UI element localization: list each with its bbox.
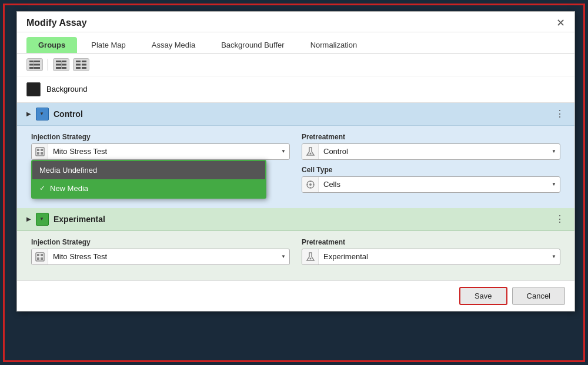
experimental-injection-strategy-label: Injection Strategy	[31, 238, 290, 246]
dropdown-item-media-undefined[interactable]: Media Undefined	[32, 161, 265, 179]
experimental-pretreatment-arrow: ▼	[552, 254, 556, 259]
injection-strategy-dropdown: Media Undefined ✓ New Media	[31, 160, 266, 199]
save-button[interactable]: Save	[459, 287, 507, 305]
svg-rect-9	[82, 61, 86, 62]
svg-rect-16	[37, 152, 39, 155]
toolbar	[17, 53, 574, 76]
injection-strategy-icon	[32, 143, 48, 160]
svg-rect-13	[82, 67, 86, 69]
dialog-title: Modify Assay	[26, 18, 87, 28]
svg-rect-15	[37, 149, 39, 151]
experimental-injection-strategy-select[interactable]: Mito Stress Test ▼	[31, 249, 290, 265]
toolbar-icon-3[interactable]	[73, 58, 89, 71]
control-pretreatment-group: Pretreatment Control ▼	[302, 133, 560, 160]
experimental-group-label: Experimental	[54, 215, 550, 224]
svg-rect-2	[29, 67, 40, 69]
svg-rect-17	[41, 149, 43, 151]
tab-normalization[interactable]: Normalization	[299, 37, 369, 53]
svg-rect-1	[29, 63, 40, 65]
svg-rect-7	[61, 61, 62, 69]
svg-rect-11	[82, 63, 86, 65]
control-injection-strategy-value: Mito Stress Test	[48, 147, 289, 156]
media-undefined-label: Media Undefined	[39, 166, 97, 175]
control-pretreatment-arrow: ▼	[552, 149, 556, 154]
svg-point-31	[309, 257, 311, 259]
control-injection-strategy-group: Injection Strategy	[31, 133, 290, 160]
toolbar-icon-2[interactable]	[53, 58, 69, 71]
experimental-color-swatch: ▼	[36, 213, 49, 226]
background-label: Background	[46, 85, 87, 93]
control-injection-strategy-select[interactable]: Mito Stress Test ▼	[31, 143, 290, 160]
tab-groups[interactable]: Groups	[26, 37, 77, 53]
control-color-swatch: ▼	[36, 108, 49, 120]
check-mark-icon: ✓	[39, 184, 45, 192]
control-pretreatment-value: Control	[319, 147, 560, 156]
control-cell-type-value: Cells	[319, 180, 560, 189]
toolbar-divider	[48, 59, 48, 71]
svg-rect-18	[41, 152, 43, 155]
tabs-bar: Groups Plate Map Assay Media Background …	[17, 32, 574, 53]
control-cell-type-select[interactable]: Cells ▼	[302, 176, 560, 193]
dialog-footer: Save Cancel	[17, 280, 574, 311]
modify-assay-dialog: Modify Assay ✕ Groups Plate Map Assay Me…	[16, 11, 575, 312]
background-color-swatch	[26, 82, 41, 96]
experimental-expand-arrow[interactable]: ▶	[26, 216, 31, 222]
experimental-group-header: ▶ ▼ Experimental ⋮	[17, 208, 574, 231]
cancel-button[interactable]: Cancel	[512, 287, 565, 305]
svg-rect-12	[76, 67, 81, 69]
dropdown-item-new-media[interactable]: ✓ New Media	[32, 179, 265, 197]
experimental-group-content: Injection Strategy	[17, 231, 574, 280]
svg-rect-3	[34, 61, 34, 69]
experimental-group-section: ▶ ▼ Experimental ⋮ Injection Strategy	[17, 208, 574, 280]
experimental-swatch-dropdown-arrow[interactable]: ▼	[39, 216, 44, 222]
control-group-header: ▶ ▼ Control ⋮	[17, 103, 574, 126]
experimental-pretreatment-group: Pretreatment Experimental ▼	[302, 238, 560, 265]
svg-point-22	[310, 181, 311, 182]
tab-plate-map[interactable]: Plate Map	[79, 37, 138, 53]
svg-point-25	[313, 184, 314, 185]
dialog-header: Modify Assay ✕	[17, 12, 574, 32]
svg-point-19	[309, 152, 311, 154]
control-group-label: Control	[54, 109, 550, 119]
svg-rect-27	[37, 254, 39, 256]
control-pretreatment-select[interactable]: Control ▼	[302, 143, 560, 160]
close-button[interactable]: ✕	[556, 18, 565, 28]
experimental-pretreatment-select[interactable]: Experimental ▼	[302, 249, 560, 265]
control-cell-type-arrow: ▼	[552, 182, 556, 187]
experimental-injection-strategy-group: Injection Strategy	[31, 238, 290, 265]
new-media-label: New Media	[50, 184, 88, 193]
svg-point-23	[310, 187, 311, 188]
experimental-pretreatment-value: Experimental	[319, 252, 560, 261]
svg-point-24	[307, 184, 308, 185]
control-group-content: Injection Strategy	[17, 126, 574, 208]
experimental-pretreatment-label: Pretreatment	[302, 238, 560, 246]
svg-rect-10	[76, 63, 81, 65]
svg-rect-30	[41, 257, 43, 260]
dialog-body: Background ▶ ▼ Control ⋮ Injection	[17, 76, 574, 280]
control-expand-arrow[interactable]: ▶	[26, 110, 31, 117]
svg-rect-0	[29, 61, 40, 62]
control-group-section: ▶ ▼ Control ⋮ Injection Strategy	[17, 103, 574, 208]
experimental-form-row-1: Injection Strategy	[31, 238, 560, 265]
exp-injection-icon	[32, 249, 48, 265]
experimental-injection-strategy-value: Mito Stress Test	[48, 252, 289, 261]
experimental-more-options[interactable]: ⋮	[555, 213, 565, 225]
svg-rect-8	[76, 61, 81, 62]
control-cell-type-label: Cell Type	[302, 166, 560, 174]
tab-assay-media[interactable]: Assay Media	[140, 37, 207, 53]
control-injection-strategy-arrow: ▼	[281, 149, 286, 154]
svg-point-21	[309, 183, 312, 186]
svg-rect-29	[41, 254, 43, 256]
control-more-options[interactable]: ⋮	[555, 108, 565, 119]
control-swatch-dropdown-arrow[interactable]: ▼	[39, 111, 44, 116]
svg-rect-28	[37, 257, 39, 260]
toolbar-icon-1[interactable]	[26, 58, 43, 71]
control-form-row-1: Injection Strategy	[31, 133, 560, 160]
tab-background-buffer[interactable]: Background Buffer	[209, 37, 296, 53]
cell-type-icon	[302, 176, 319, 193]
exp-pretreatment-icon	[302, 249, 319, 265]
control-cell-type-group: Cell Type	[302, 166, 560, 193]
control-injection-strategy-label: Injection Strategy	[31, 133, 290, 141]
control-pretreatment-label: Pretreatment	[302, 133, 560, 141]
experimental-injection-strategy-arrow: ▼	[281, 254, 286, 259]
